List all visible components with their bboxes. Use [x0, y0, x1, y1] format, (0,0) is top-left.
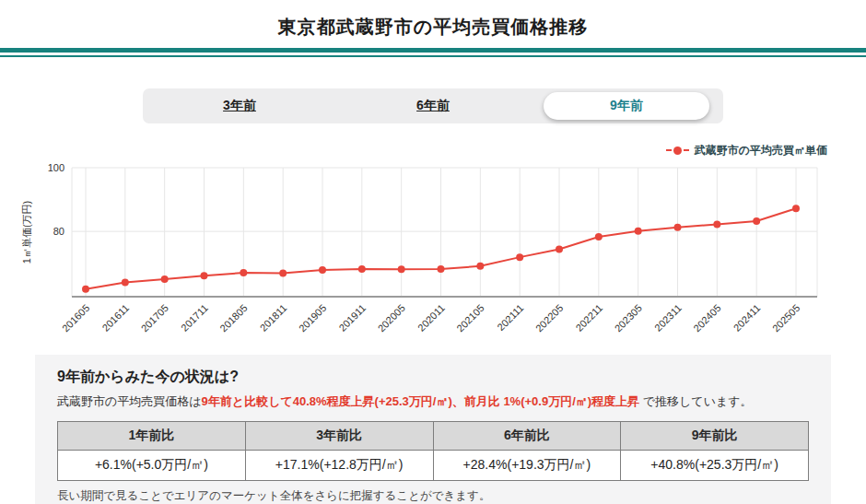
data-point[interactable]: [476, 263, 484, 270]
summary-text-suffix: で推移しています。: [639, 394, 752, 408]
col-9years: 9年前比: [621, 422, 809, 451]
col-3years: 3年前比: [245, 422, 433, 451]
svg-text:201605: 201605: [60, 302, 91, 334]
svg-text:201911: 201911: [336, 302, 368, 334]
divider-thin-line: [0, 55, 866, 57]
legend-label: 武蔵野市の平均売買㎡単価: [695, 143, 827, 158]
title-divider: [0, 48, 866, 57]
data-point[interactable]: [82, 286, 89, 293]
chart-canvas: 801001㎡単価(万円)201605201611201705201711201…: [0, 161, 866, 346]
data-point[interactable]: [279, 269, 287, 276]
summary-text-highlight: 9年前と比較して40.8%程度上昇(+25.3万円/㎡)、前月比 1%(+0.9…: [202, 394, 640, 408]
tab-9years-selected-pill[interactable]: 9年前: [544, 92, 709, 120]
svg-text:202111: 202111: [495, 302, 525, 333]
tab-6years-label[interactable]: 6年前: [416, 98, 450, 114]
svg-text:201611: 201611: [99, 302, 131, 334]
svg-text:201711: 201711: [179, 302, 210, 334]
data-point[interactable]: [161, 275, 169, 283]
y-axis-title: 1㎡単価(万円): [21, 201, 32, 264]
val-1year: +6.1%(+5.0万円/㎡): [58, 451, 246, 481]
svg-text:100: 100: [48, 162, 64, 173]
summary-heading: 9年前からみた今の状況は?: [57, 368, 809, 387]
period-tab-bar: 3年前 6年前 9年前: [143, 88, 723, 123]
data-point[interactable]: [122, 278, 129, 286]
data-point[interactable]: [595, 233, 603, 240]
data-point[interactable]: [635, 228, 642, 235]
price-trend-widget: 東京都武蔵野市の平均売買価格推移 3年前 6年前 9年前 武蔵野市の平均売買㎡単…: [0, 0, 866, 504]
tab-6years[interactable]: 6年前: [336, 88, 530, 123]
comparison-table: 1年前比 3年前比 6年前比 9年前比 +6.1%(+5.0万円/㎡) +17.…: [57, 421, 809, 481]
summary-note: 長い期間で見ることでエリアのマーケット全体をさらに把握することができます。: [57, 488, 809, 504]
svg-text:202205: 202205: [533, 302, 565, 334]
x-axis-labels: 2016052016112017052017112018052018112019…: [60, 302, 802, 334]
svg-text:202411: 202411: [731, 302, 763, 334]
data-point[interactable]: [753, 217, 760, 225]
data-point[interactable]: [516, 253, 523, 261]
data-point[interactable]: [556, 245, 563, 252]
svg-text:80: 80: [53, 226, 64, 237]
val-6years: +28.4%(+19.3万円/㎡): [433, 451, 621, 481]
price-line-chart: 801001㎡単価(万円)201605201611201705201711201…: [0, 161, 866, 349]
svg-text:202105: 202105: [454, 302, 486, 334]
data-point[interactable]: [319, 266, 326, 274]
svg-text:202305: 202305: [613, 302, 644, 334]
summary-panel: 9年前からみた今の状況は? 武蔵野市の平均売買価格は9年前と比較して40.8%程…: [35, 355, 831, 504]
svg-text:202505: 202505: [770, 302, 802, 334]
val-3years: +17.1%(+12.8万円/㎡): [245, 451, 433, 481]
svg-text:201705: 201705: [139, 302, 170, 334]
svg-text:202311: 202311: [652, 302, 684, 334]
svg-text:202005: 202005: [376, 302, 407, 334]
tab-3years[interactable]: 3年前: [143, 88, 336, 123]
data-point[interactable]: [438, 265, 445, 273]
comparison-table-value-row: +6.1%(+5.0万円/㎡) +17.1%(+12.8万円/㎡) +28.4%…: [58, 451, 809, 481]
tab-9years[interactable]: 9年前: [530, 88, 723, 123]
comparison-table-header-row: 1年前比 3年前比 6年前比 9年前比: [58, 422, 809, 451]
legend-line-marker-icon: [666, 147, 689, 155]
summary-text: 武蔵野市の平均売買価格は9年前と比較して40.8%程度上昇(+25.3万円/㎡)…: [57, 393, 809, 410]
page-title: 東京都武蔵野市の平均売買価格推移: [0, 0, 866, 40]
data-point[interactable]: [201, 272, 208, 279]
chart-legend: 武蔵野市の平均売買㎡単価: [0, 143, 866, 158]
summary-text-prefix: 武蔵野市の平均売買価格は: [57, 394, 202, 408]
data-point[interactable]: [358, 265, 366, 273]
svg-text:201811: 201811: [258, 302, 289, 334]
data-point[interactable]: [398, 265, 405, 273]
svg-text:201905: 201905: [297, 302, 328, 334]
svg-text:202011: 202011: [415, 302, 447, 334]
svg-text:202405: 202405: [691, 302, 722, 334]
tab-3years-label[interactable]: 3年前: [223, 98, 256, 114]
data-point[interactable]: [792, 205, 800, 212]
col-6years: 6年前比: [433, 422, 621, 451]
data-point[interactable]: [674, 224, 682, 231]
data-point[interactable]: [240, 269, 247, 276]
svg-text:201805: 201805: [217, 302, 249, 334]
svg-text:202211: 202211: [573, 302, 604, 334]
val-9years: +40.8%(+25.3万円/㎡): [621, 451, 809, 481]
y-axis-ticks: 80100: [48, 162, 64, 237]
col-1year: 1年前比: [58, 422, 246, 451]
data-point[interactable]: [713, 221, 720, 229]
